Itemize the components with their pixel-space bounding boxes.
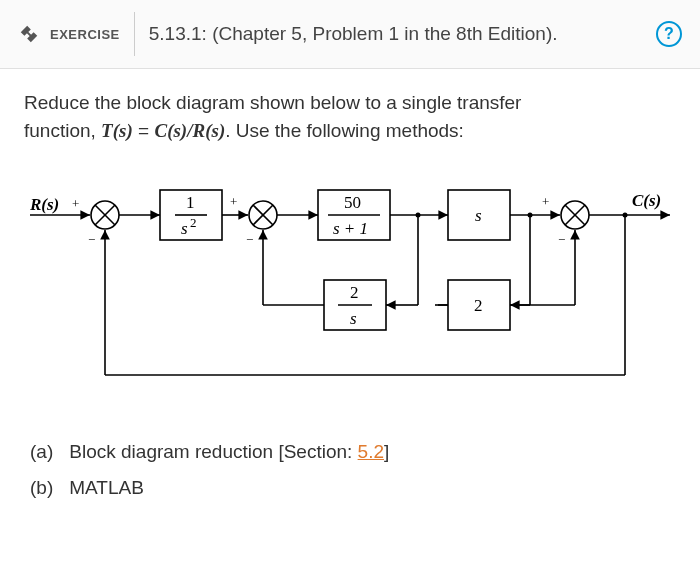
method-a-letter: (a): [30, 434, 64, 470]
output-label: C(s): [632, 191, 661, 210]
header-divider: [134, 12, 135, 56]
block1-num: 1: [186, 193, 195, 212]
method-b-letter: (b): [30, 470, 64, 506]
prompt-line2a: function,: [24, 120, 101, 141]
fb1-num: 2: [350, 283, 359, 302]
sign-plus-3: +: [542, 194, 549, 209]
method-b: (b) MATLAB: [30, 470, 676, 506]
prompt-line1: Reduce the block diagram shown below to …: [24, 92, 521, 113]
prompt-line2b: . Use the following methods:: [225, 120, 464, 141]
eq-R: R: [192, 120, 205, 141]
help-icon[interactable]: ?: [656, 21, 682, 47]
eq-T: T: [101, 120, 113, 141]
eq-C: C: [154, 120, 167, 141]
sign-plus-2: +: [230, 194, 237, 209]
exercise-header: EXERCISE 5.13.1: (Chapter 5, Problem 1 i…: [0, 0, 700, 69]
methods-list: (a) Block diagram reduction [Section: 5.…: [24, 434, 676, 506]
eq-s2: s: [173, 120, 180, 141]
exercise-label: EXERCISE: [50, 27, 120, 42]
method-a-text1: Block diagram reduction [Section:: [69, 441, 357, 462]
content-area: Reduce the block diagram shown below to …: [0, 69, 700, 516]
sign-minus-3: −: [558, 232, 565, 247]
block3-label: s: [475, 206, 482, 225]
sign-minus-2: −: [246, 232, 253, 247]
section-link[interactable]: 5.2: [358, 441, 384, 462]
svg-line-0: [26, 31, 32, 37]
method-b-text: MATLAB: [69, 477, 144, 498]
block1-den-sup: 2: [190, 215, 197, 230]
block2-num: 50: [344, 193, 361, 212]
exercise-icon: [18, 23, 40, 45]
method-a-text2: ]: [384, 441, 389, 462]
block-diagram: .ln{stroke:#000;stroke-width:1.6;fill:no…: [30, 170, 670, 404]
sign-plus-1: +: [72, 196, 79, 211]
fb1-den: s: [350, 309, 357, 328]
block1-den: s: [181, 219, 188, 238]
exercise-title: 5.13.1: (Chapter 5, Problem 1 in the 8th…: [149, 22, 646, 47]
fb2-label: 2: [474, 296, 483, 315]
method-a: (a) Block diagram reduction [Section: 5.…: [30, 434, 676, 470]
block2-den: s + 1: [333, 219, 368, 238]
input-label: R(s): [30, 195, 59, 214]
svg-text:s + 1: s + 1: [333, 219, 368, 238]
problem-prompt: Reduce the block diagram shown below to …: [24, 89, 676, 144]
eq-s3: s: [211, 120, 218, 141]
eq-equals: =: [133, 120, 155, 141]
sign-minus-1: −: [88, 232, 95, 247]
